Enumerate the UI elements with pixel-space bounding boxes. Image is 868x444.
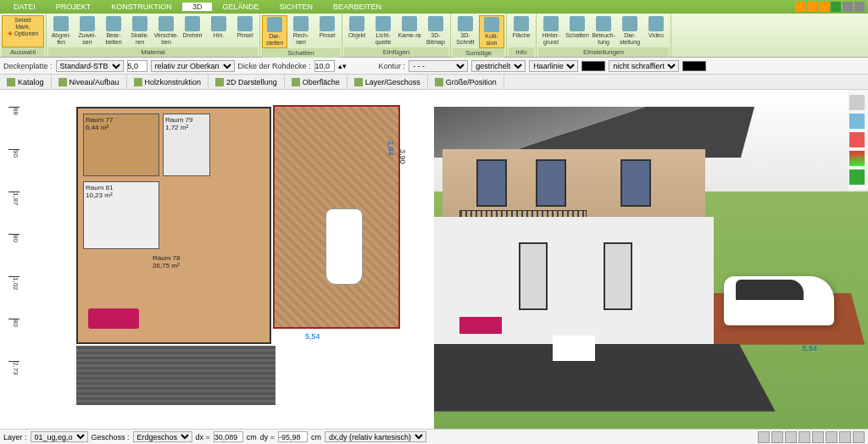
color-swatch-fill[interactable]: [682, 61, 706, 71]
color-swatch-black[interactable]: [581, 61, 605, 71]
dy-input[interactable]: [278, 431, 308, 442]
layer-select[interactable]: 01_ug,eg,o: [31, 431, 88, 442]
ribbon-dschnitt-button[interactable]: 3D-Schnitt: [453, 15, 478, 48]
menu-bearbeiten[interactable]: BEARBEITEN: [323, 3, 392, 11]
rohdecke-input[interactable]: [314, 60, 335, 72]
thickness-rel-select[interactable]: relativ zur Oberkan: [151, 60, 235, 72]
thickness-input[interactable]: [127, 60, 147, 72]
ribbon-verschieben-button[interactable]: Verschie-ben: [153, 15, 179, 47]
car-3d[interactable]: [724, 276, 834, 325]
ribbon-hintergrund-button[interactable]: Hinter-grund: [538, 15, 564, 47]
ribbon-schatten-button[interactable]: Schatten: [565, 15, 590, 47]
menu-gelaende[interactable]: GELÄNDE: [212, 3, 269, 11]
menu-sichten[interactable]: SICHTEN: [269, 3, 323, 11]
layer-label: Layer :: [3, 433, 27, 441]
linestyle-select[interactable]: - - -: [409, 60, 468, 72]
car-2d[interactable]: [326, 208, 363, 285]
ribbon-flche-button[interactable]: Fläche: [509, 15, 534, 47]
ribbon-skalieren-button[interactable]: Skalie-ren: [127, 15, 153, 47]
ribbon-lichtquelle-button[interactable]: Licht-quelle: [370, 15, 396, 47]
dx-input[interactable]: [214, 431, 243, 442]
status-tool-icon[interactable]: [771, 431, 783, 443]
max-icon[interactable]: [854, 2, 865, 12]
ribbon-pinsel-button[interactable]: Pinsel: [232, 15, 258, 47]
app-icon[interactable]: [819, 2, 829, 12]
tool-icon: [106, 16, 121, 31]
house-3d[interactable]: [434, 107, 722, 344]
tool-icon: [349, 16, 364, 31]
tool-icon: [428, 16, 443, 31]
house-outline[interactable]: Raum 776,44 m² Raum 791,72 m² Raum 8110,…: [76, 107, 271, 344]
status-tool-icon[interactable]: [785, 431, 797, 443]
status-tool-icon[interactable]: [826, 431, 837, 443]
room-77[interactable]: Raum 776,44 m²: [83, 114, 159, 176]
menu-3d[interactable]: 3D: [182, 3, 213, 11]
ribbon-objekt-button[interactable]: Objekt: [344, 15, 370, 47]
2d-viewport[interactable]: 88901,87801,02802,73 Raum 776,44 m² Raum…: [0, 90, 434, 429]
menu-datei[interactable]: DATEI: [3, 3, 46, 11]
sofa-2d[interactable]: [88, 308, 139, 329]
ribbon-kamera-button[interactable]: Kame-ra: [397, 15, 422, 47]
tab-niveauaufbau[interactable]: Niveau/Aufbau: [52, 75, 127, 89]
status-tool-icon[interactable]: [839, 431, 851, 443]
room-81[interactable]: Raum 8110,23 m²: [83, 181, 159, 249]
ribbon-kollision-button[interactable]: Kolli-sion: [479, 15, 504, 48]
tab-icon: [435, 78, 443, 86]
status-tool-icon[interactable]: [798, 431, 810, 443]
cm-label2: cm: [311, 433, 321, 441]
menu-projekt[interactable]: PROJEKT: [46, 3, 102, 11]
palette-icon[interactable]: [849, 151, 865, 166]
ribbon-zuweisen-button[interactable]: Zuwei-sen: [75, 15, 100, 47]
garage-selection[interactable]: [273, 105, 400, 329]
status-tool-icon[interactable]: [812, 431, 824, 443]
tab-greposition[interactable]: Größe/Position: [428, 75, 504, 89]
coord-mode-select[interactable]: dx,dy (relativ kartesisch): [325, 431, 426, 442]
ribbon-beleuchtung-button[interactable]: Beleuch-tung: [591, 15, 616, 47]
hatch-select[interactable]: nicht schraffiert: [609, 60, 679, 72]
status-tool-icon[interactable]: [758, 431, 770, 443]
dim-gh1: 2,94: [387, 141, 395, 156]
tab-icon: [292, 78, 300, 86]
geschoss-label: Geschoss :: [92, 433, 130, 441]
table-3d[interactable]: [553, 336, 595, 361]
ribbon-pinsel-button[interactable]: Pinsel: [314, 15, 340, 48]
ribbon-hin-button[interactable]: Hin.: [206, 15, 231, 47]
tool-icon: [53, 16, 69, 31]
tab-ddarstellung[interactable]: 2D Darstellung: [209, 75, 285, 89]
lineweight-select[interactable]: Haarlinie: [529, 60, 578, 72]
ribbon-drehen-button[interactable]: Drehen: [180, 15, 205, 47]
ribbon-abgreifen-button[interactable]: Abgrei-fen: [48, 15, 74, 47]
select-button[interactable]: SelektMark.✚ Optionen: [2, 15, 44, 47]
menu-konstruktion[interactable]: KONSTRUKTION: [101, 3, 182, 11]
min-icon[interactable]: [843, 2, 853, 12]
status-tool-icon[interactable]: [853, 431, 865, 443]
tool-icon: [543, 16, 559, 31]
layers-icon[interactable]: [849, 95, 865, 110]
app-icon[interactable]: [807, 2, 817, 12]
terrace-2d[interactable]: [76, 346, 275, 405]
room-79[interactable]: Raum 791,72 m²: [163, 114, 210, 176]
plate-type-select[interactable]: Standard-STB: [56, 60, 124, 72]
spinner-icon[interactable]: ▴▾: [338, 62, 347, 70]
ribbon-darstellen-button[interactable]: Dar-stellen: [262, 15, 287, 48]
tree-icon[interactable]: [849, 169, 865, 185]
dx-label: dx =: [196, 433, 210, 441]
tool-icon: [514, 16, 529, 31]
app-icon[interactable]: [795, 2, 805, 12]
tab-layergeschoss[interactable]: Layer/Geschoss: [348, 75, 428, 89]
cube-icon[interactable]: [849, 114, 865, 129]
ribbon-video-button[interactable]: Video: [643, 15, 669, 47]
tab-katalog[interactable]: Katalog: [0, 75, 52, 89]
ribbon-darstellung-button[interactable]: Dar-stellung: [617, 15, 643, 47]
ribbon-dbitmap-button[interactable]: 3D-Bitmap: [423, 15, 448, 47]
tab-oberflche[interactable]: Oberfläche: [285, 75, 348, 89]
house-icon[interactable]: [849, 132, 865, 147]
sofa-3d[interactable]: [459, 317, 502, 334]
tab-holzkonstruktion[interactable]: Holzkonstruktion: [127, 75, 209, 89]
3d-viewport[interactable]: 5,54: [434, 90, 868, 429]
help-icon[interactable]: [831, 2, 841, 12]
linestyle-name-select[interactable]: gestrichelt: [471, 60, 526, 72]
geschoss-select[interactable]: Erdgeschos: [133, 431, 192, 442]
ribbon-rechnen-button[interactable]: Rech-nen: [288, 15, 314, 48]
ribbon-bearbeiten-button[interactable]: Bear-beiten: [101, 15, 126, 47]
